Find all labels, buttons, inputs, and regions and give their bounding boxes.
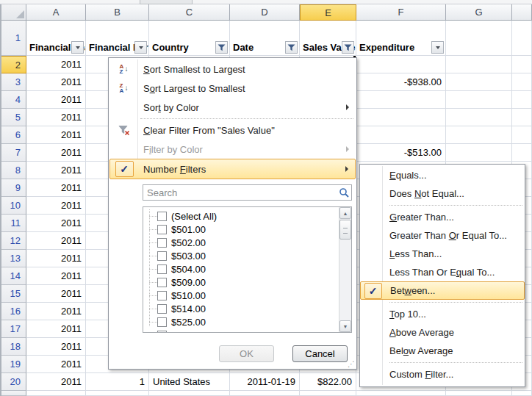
- row-header-2[interactable]: 2: [0, 56, 26, 73]
- cell-A21[interactable]: [26, 391, 86, 396]
- cell-A15[interactable]: 2011: [26, 285, 86, 303]
- filter-value-item[interactable]: $510.00: [143, 289, 339, 302]
- cell-G1[interactable]: [446, 21, 512, 56]
- resize-grip[interactable]: ⋰: [348, 361, 355, 368]
- column-header-D[interactable]: D: [230, 4, 300, 21]
- cell-A7[interactable]: 2011: [26, 144, 86, 162]
- row-header-1[interactable]: 1: [0, 21, 26, 56]
- row-header-8[interactable]: 8: [0, 162, 26, 179]
- cell-B1[interactable]: Financial Period: [86, 21, 149, 56]
- row-header-6[interactable]: 6: [0, 126, 26, 144]
- cell-A14[interactable]: 2011: [26, 267, 86, 285]
- filter-value-item[interactable]: $509.00: [143, 276, 339, 289]
- cell-D1[interactable]: Date: [230, 21, 300, 56]
- cell-A6[interactable]: 2011: [26, 126, 86, 144]
- cell-A12[interactable]: 2011: [26, 232, 86, 250]
- filter-value-item[interactable]: $514.00: [143, 302, 339, 315]
- cell-G6[interactable]: [446, 126, 512, 144]
- menu-item-equals[interactable]: Equals...: [360, 166, 525, 184]
- cell-C20[interactable]: United States: [149, 373, 230, 391]
- cell-A13[interactable]: 2011: [26, 250, 86, 267]
- search-input[interactable]: [143, 184, 352, 201]
- menu-item-less-than-or-equal-to[interactable]: Less Than Or Equal To...: [360, 263, 525, 281]
- row-header-13[interactable]: 13: [0, 250, 26, 267]
- cell-A11[interactable]: 2011: [26, 215, 86, 232]
- cell-G5[interactable]: [446, 109, 512, 126]
- menu-item-greater-than[interactable]: Greater Than...: [360, 208, 525, 226]
- cell-E1[interactable]: Sales Value: [300, 21, 356, 56]
- row-header-19[interactable]: 19: [0, 356, 26, 373]
- filter-value-item[interactable]: (Select All): [143, 209, 339, 223]
- cell-A2[interactable]: 2011: [26, 56, 86, 73]
- column-header-A[interactable]: A: [26, 4, 86, 21]
- cell-F2[interactable]: [356, 56, 446, 73]
- menu-item-less-than[interactable]: Less Than...: [360, 245, 525, 263]
- row-header-11[interactable]: 11: [0, 215, 26, 232]
- cell-A10[interactable]: 2011: [26, 197, 86, 215]
- column-header-E[interactable]: E: [300, 4, 356, 21]
- filter-button-A[interactable]: [71, 41, 84, 54]
- row-header-10[interactable]: 10: [0, 197, 26, 215]
- cell-F3[interactable]: -$938.00: [356, 73, 446, 91]
- filter-button-C[interactable]: [215, 41, 228, 54]
- cell-F5[interactable]: [356, 109, 446, 126]
- cancel-button[interactable]: Cancel: [292, 345, 348, 362]
- menu-item-below-average[interactable]: Below Average: [360, 342, 525, 360]
- scrollbar-thumb[interactable]: [339, 220, 351, 240]
- cell-A5[interactable]: 2011: [26, 109, 86, 126]
- cell-A1[interactable]: Financial Year: [26, 21, 86, 56]
- column-header-G[interactable]: G: [446, 4, 512, 21]
- row-header-21[interactable]: [0, 391, 26, 396]
- menu-item-does-not-equal[interactable]: Does Not Equal...: [360, 184, 525, 203]
- scroll-up-icon[interactable]: ▲: [339, 207, 351, 219]
- cell-A3[interactable]: 2011: [26, 73, 86, 91]
- menu-item-greater-than-or-equal-to[interactable]: Greater Than Or Equal To...: [360, 226, 525, 245]
- menu-item-top-10[interactable]: Top 10...: [360, 305, 525, 323]
- filter-value-item[interactable]: $503.00: [143, 249, 339, 262]
- row-header-14[interactable]: 14: [0, 267, 26, 285]
- cell-G3[interactable]: [446, 73, 512, 91]
- menu-item-above-average[interactable]: Above Average: [360, 323, 525, 342]
- cell-F4[interactable]: [356, 91, 446, 109]
- select-all-corner[interactable]: [0, 4, 26, 21]
- scroll-down-icon[interactable]: ▼: [339, 320, 351, 332]
- row-header-20[interactable]: 20: [0, 373, 26, 391]
- filter-button-F[interactable]: [431, 41, 444, 54]
- row-header-9[interactable]: 9: [0, 179, 26, 197]
- filter-button-D[interactable]: [285, 41, 298, 54]
- menu-item-sort-largest-to-smallest[interactable]: ZA↓Sort Largest to Smallest: [109, 79, 356, 98]
- cell-A19[interactable]: 2011: [26, 356, 86, 373]
- cell-B20[interactable]: 1: [86, 373, 149, 391]
- menu-item-sort-smallest-to-largest[interactable]: AZ↓Sort Smallest to Largest: [109, 60, 356, 79]
- filter-value-item[interactable]: $502.00: [143, 236, 339, 249]
- row-header-17[interactable]: 17: [0, 320, 26, 338]
- filter-value-item[interactable]: $504.00: [143, 262, 339, 276]
- row-header-3[interactable]: 3: [0, 73, 26, 91]
- column-header-C[interactable]: C: [149, 4, 230, 21]
- cell-F6[interactable]: [356, 126, 446, 144]
- row-header-15[interactable]: 15: [0, 285, 26, 303]
- filter-button-E[interactable]: [342, 41, 354, 54]
- row-header-5[interactable]: 5: [0, 109, 26, 126]
- filter-button-B[interactable]: [134, 41, 147, 54]
- menu-item-custom-filter[interactable]: Custom Filter...: [360, 365, 525, 384]
- cell-C21[interactable]: [149, 391, 230, 396]
- cell-F1[interactable]: Expenditure: [356, 21, 446, 56]
- menu-item-number-filters[interactable]: ✓Number Filters: [109, 159, 356, 179]
- filter-value-item[interactable]: $501.00: [143, 223, 339, 236]
- cell-G21[interactable]: [446, 391, 512, 396]
- cell-F7[interactable]: -$513.00: [356, 144, 446, 162]
- filter-value-item[interactable]: $525.00: [143, 315, 339, 328]
- menu-item-clear-filter-from-sales-value[interactable]: Clear Filter From "Sales Value": [109, 120, 356, 140]
- cell-A17[interactable]: 2011: [26, 320, 86, 338]
- value-list-scrollbar[interactable]: ▲ ▼: [339, 207, 351, 332]
- cell-A8[interactable]: 2011: [26, 162, 86, 179]
- cell-B21[interactable]: [86, 391, 149, 396]
- cell-E21[interactable]: [300, 391, 356, 396]
- row-header-7[interactable]: 7: [0, 144, 26, 162]
- column-header-B[interactable]: B: [86, 4, 149, 21]
- cell-G4[interactable]: [446, 91, 512, 109]
- cell-E20[interactable]: $822.00: [300, 373, 356, 391]
- cell-A16[interactable]: 2011: [26, 303, 86, 320]
- cell-A18[interactable]: 2011: [26, 338, 86, 356]
